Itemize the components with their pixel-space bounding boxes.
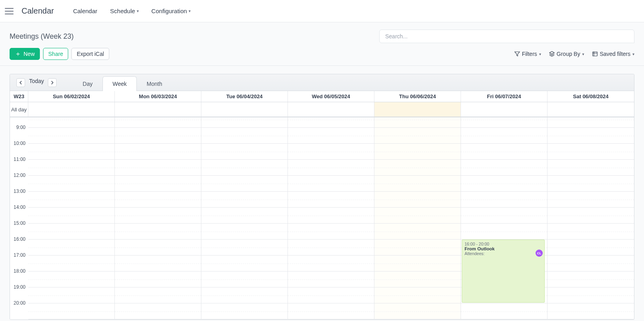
day-header[interactable]: Sat 06/08/2024 bbox=[547, 91, 634, 102]
prev-week-button[interactable] bbox=[16, 78, 25, 87]
hour-slot[interactable] bbox=[374, 271, 461, 287]
hour-slot[interactable] bbox=[201, 224, 288, 240]
hour-slot[interactable] bbox=[115, 117, 201, 128]
hour-slot[interactable] bbox=[28, 256, 114, 271]
hour-slot[interactable] bbox=[28, 117, 114, 128]
saved-filters-dropdown[interactable]: Saved filters ▾ bbox=[592, 51, 634, 57]
hour-slot[interactable] bbox=[547, 117, 634, 128]
hour-slot[interactable] bbox=[115, 224, 201, 240]
topnav-schedule[interactable]: Schedule ▾ bbox=[110, 8, 139, 14]
day-column[interactable] bbox=[288, 117, 374, 319]
hour-slot[interactable] bbox=[201, 144, 288, 160]
hour-slot[interactable] bbox=[201, 208, 288, 224]
day-header[interactable]: Wed 06/05/2024 bbox=[288, 91, 374, 102]
day-header[interactable]: Thu 06/06/2024 bbox=[374, 91, 461, 102]
hour-slot[interactable] bbox=[461, 117, 547, 128]
view-tab-month[interactable]: Month bbox=[137, 76, 172, 91]
hour-slot[interactable] bbox=[288, 128, 374, 144]
hour-slot[interactable] bbox=[28, 208, 114, 224]
hour-slot[interactable] bbox=[288, 240, 374, 256]
hour-slot[interactable] bbox=[288, 256, 374, 271]
export-ical-button[interactable]: Export iCal bbox=[71, 48, 109, 60]
hour-slot[interactable] bbox=[201, 256, 288, 271]
hour-slot[interactable] bbox=[547, 303, 634, 319]
day-column[interactable] bbox=[28, 117, 115, 319]
hour-slot[interactable] bbox=[374, 287, 461, 303]
hour-slot[interactable] bbox=[201, 192, 288, 208]
allday-cell-today[interactable] bbox=[374, 102, 461, 117]
allday-cell[interactable] bbox=[288, 102, 374, 117]
hour-slot[interactable] bbox=[115, 256, 201, 271]
hour-slot[interactable] bbox=[201, 176, 288, 192]
day-header[interactable]: Fri 06/07/2024 bbox=[461, 91, 547, 102]
hour-slot[interactable] bbox=[374, 208, 461, 224]
hour-slot[interactable] bbox=[547, 144, 634, 160]
hour-slot[interactable] bbox=[201, 287, 288, 303]
hour-slot[interactable] bbox=[115, 192, 201, 208]
hour-slot[interactable] bbox=[461, 176, 547, 192]
topnav-calendar[interactable]: Calendar bbox=[73, 8, 97, 14]
hamburger-icon[interactable] bbox=[5, 8, 14, 14]
hour-slot[interactable] bbox=[374, 160, 461, 176]
hour-slot[interactable] bbox=[28, 271, 114, 287]
share-button[interactable]: Share bbox=[43, 48, 68, 60]
hour-slot[interactable] bbox=[374, 117, 461, 128]
hour-slot[interactable] bbox=[28, 240, 114, 256]
hour-slot[interactable] bbox=[28, 303, 114, 319]
hour-slot[interactable] bbox=[461, 160, 547, 176]
view-tab-week[interactable]: Week bbox=[102, 76, 137, 91]
groupby-dropdown[interactable]: Group By ▾ bbox=[549, 51, 584, 57]
hour-slot[interactable] bbox=[461, 303, 547, 319]
hour-slot[interactable] bbox=[547, 240, 634, 256]
day-column[interactable]: 16:00 - 20:00From OutlookAttendees:CL bbox=[461, 117, 547, 319]
hour-slot[interactable] bbox=[288, 224, 374, 240]
hour-slot[interactable] bbox=[115, 160, 201, 176]
hour-slot[interactable] bbox=[201, 117, 288, 128]
today-button[interactable]: Today bbox=[29, 78, 44, 87]
hour-slot[interactable] bbox=[115, 128, 201, 144]
hour-slot[interactable] bbox=[461, 128, 547, 144]
hour-slot[interactable] bbox=[461, 224, 547, 240]
day-header[interactable]: Mon 06/03/2024 bbox=[115, 91, 201, 102]
hour-slot[interactable] bbox=[547, 208, 634, 224]
day-header[interactable]: Sun 06/02/2024 bbox=[28, 91, 115, 102]
hour-slot[interactable] bbox=[374, 256, 461, 271]
hour-slot[interactable] bbox=[288, 176, 374, 192]
hour-slot[interactable] bbox=[374, 144, 461, 160]
hour-slot[interactable] bbox=[374, 303, 461, 319]
app-brand[interactable]: Calendar bbox=[22, 6, 54, 16]
allday-cell[interactable] bbox=[28, 102, 115, 117]
hour-slot[interactable] bbox=[115, 208, 201, 224]
hour-slot[interactable] bbox=[547, 271, 634, 287]
hour-slot[interactable] bbox=[547, 176, 634, 192]
hour-slot[interactable] bbox=[374, 192, 461, 208]
hour-slot[interactable] bbox=[28, 176, 114, 192]
view-tab-day[interactable]: Day bbox=[73, 76, 102, 91]
hour-slot[interactable] bbox=[547, 128, 634, 144]
day-header[interactable]: Tue 06/04/2024 bbox=[201, 91, 288, 102]
filters-dropdown[interactable]: Filters ▾ bbox=[514, 51, 541, 57]
hour-slot[interactable] bbox=[374, 128, 461, 144]
hour-slot[interactable] bbox=[115, 144, 201, 160]
hour-slot[interactable] bbox=[115, 176, 201, 192]
allday-cell[interactable] bbox=[115, 102, 201, 117]
new-button[interactable]: ＋ New bbox=[10, 48, 40, 60]
hour-slot[interactable] bbox=[28, 160, 114, 176]
event-block[interactable]: 16:00 - 20:00From OutlookAttendees:CL bbox=[462, 240, 545, 303]
hour-slot[interactable] bbox=[28, 192, 114, 208]
next-week-button[interactable] bbox=[48, 78, 57, 87]
hour-slot[interactable] bbox=[115, 240, 201, 256]
day-column[interactable] bbox=[201, 117, 288, 319]
hour-slot[interactable] bbox=[288, 303, 374, 319]
hour-slot[interactable] bbox=[115, 287, 201, 303]
hour-slot[interactable] bbox=[288, 271, 374, 287]
hour-slot[interactable] bbox=[288, 208, 374, 224]
hour-slot[interactable] bbox=[461, 144, 547, 160]
hour-slot[interactable] bbox=[288, 160, 374, 176]
topnav-configuration[interactable]: Configuration ▾ bbox=[152, 8, 191, 14]
hour-slot[interactable] bbox=[461, 192, 547, 208]
hour-slot[interactable] bbox=[547, 224, 634, 240]
day-column[interactable] bbox=[374, 117, 461, 319]
hour-slot[interactable] bbox=[374, 224, 461, 240]
hour-slot[interactable] bbox=[201, 128, 288, 144]
